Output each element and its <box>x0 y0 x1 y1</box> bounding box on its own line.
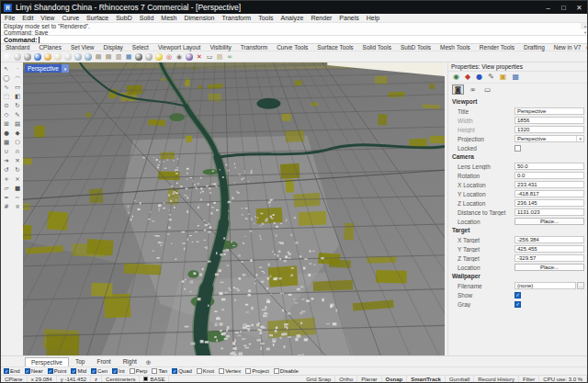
display-sphere-light-icon[interactable] <box>63 52 73 62</box>
status-pane-z[interactable]: z <box>91 376 102 383</box>
camera-page-icon[interactable]: ◙ <box>452 84 464 95</box>
maximize-button[interactable]: □ <box>556 1 571 14</box>
wallpaper-filename-input[interactable]: (none) <box>514 282 576 289</box>
osnap-toggle-quad[interactable]: ✓Quad <box>172 368 192 374</box>
object-properties-icon[interactable]: ◉ <box>453 73 459 82</box>
wallpaper-image-icon[interactable]: ▦ <box>512 73 519 82</box>
minimize-button[interactable]: – <box>540 1 556 14</box>
camera-gray-icon[interactable]: ◉ <box>175 52 184 62</box>
monitor-icon[interactable]: ▭ <box>205 52 214 62</box>
toolbar-tab-mesh-tools[interactable]: Mesh Tools <box>435 44 475 51</box>
target-icon[interactable]: ◎ <box>164 52 174 62</box>
side-tool-icon-23[interactable]: ↺ <box>1 165 12 175</box>
menu-item-panels[interactable]: Panels <box>335 15 362 21</box>
side-tool-icon-1[interactable]: ↖ <box>1 64 12 73</box>
side-tool-icon-16[interactable]: ◆ <box>12 129 23 138</box>
side-tool-icon-31[interactable]: # <box>1 202 12 211</box>
side-tool-icon-2[interactable]: · <box>12 64 23 73</box>
side-tool-icon-32[interactable]: ¤ <box>12 202 23 211</box>
menu-item-view[interactable]: View <box>37 15 58 21</box>
clipboard-copy-icon[interactable]: ▤ <box>104 52 113 62</box>
status-pane-record[interactable]: Record History <box>474 376 519 383</box>
command-input[interactable]: Command: <box>1 36 587 44</box>
osnap-toggle-near[interactable]: ✓Near <box>25 368 43 374</box>
toolbar-tab-set-view[interactable]: Set View <box>66 44 99 51</box>
side-tool-icon-25[interactable]: + <box>1 175 12 184</box>
toolbar-tab-viewport-layout[interactable]: Viewport Layout <box>153 44 206 51</box>
osnap-toggle-end[interactable]: ✓End <box>4 368 20 374</box>
property-input-title[interactable]: Perspective <box>514 107 584 115</box>
display-sphere-orange-icon[interactable] <box>43 52 52 62</box>
property-checkbox-gray[interactable]: ✓ <box>514 301 521 308</box>
property-checkbox-show[interactable]: ✓ <box>514 292 521 299</box>
clipboard-icon[interactable]: ▤ <box>94 52 103 62</box>
property-input-y-target[interactable]: 425.455 <box>514 245 584 253</box>
palette-icon[interactable]: ▧ <box>215 52 224 62</box>
menu-item-solid[interactable]: Solid <box>136 15 158 21</box>
status-pane-planar[interactable]: Planar <box>357 376 381 383</box>
sphere-purple-icon[interactable] <box>185 52 194 62</box>
perspective-viewport[interactable]: Perspective ▾ <box>23 62 445 355</box>
toolbar-tab-curve-tools[interactable]: Curve Tools <box>272 44 312 51</box>
menu-item-analyze[interactable]: Analyze <box>277 15 307 21</box>
menu-item-help[interactable]: Help <box>363 15 383 21</box>
side-tool-icon-6[interactable]: ▭ <box>12 83 23 92</box>
toolbar-tab-select[interactable]: Select <box>128 44 153 51</box>
status-pane-ortho[interactable]: Ortho <box>335 376 357 383</box>
toolbar-tab-display[interactable]: Display <box>99 44 128 51</box>
side-tool-icon-18[interactable]: ⬡ <box>12 138 23 147</box>
side-tool-icon-12[interactable]: ✎ <box>12 110 23 119</box>
toolbar-tab-subd-tools[interactable]: SubD Tools <box>396 44 435 51</box>
menu-item-render[interactable]: Render <box>307 15 335 21</box>
side-tool-icon-27[interactable]: ▱ <box>1 184 12 193</box>
side-tool-icon-14[interactable]: ▤ <box>12 119 23 129</box>
osnap-toggle-disable[interactable]: Disable <box>274 368 299 374</box>
property-input-distance-to-target[interactable]: 1131.023 <box>514 208 584 216</box>
toolbar-tab-render-tools[interactable]: Render Tools <box>475 44 519 51</box>
side-tool-icon-11[interactable]: ◇ <box>1 110 12 119</box>
display-sphere-yellow-icon[interactable] <box>154 52 164 62</box>
osnap-toggle-mid[interactable]: ✓Mid <box>71 368 86 374</box>
osnap-toggle-tan[interactable]: Tan <box>152 368 167 374</box>
browse-button[interactable]: … <box>577 282 584 289</box>
status-pane-y[interactable]: y -141.452 <box>57 376 91 383</box>
property-input-x-location[interactable]: 233.431 <box>514 181 584 188</box>
display-sphere-blue-icon[interactable] <box>33 52 42 62</box>
place-button[interactable]: Place... <box>514 264 584 271</box>
osnap-toggle-point[interactable]: ✓Point <box>48 368 67 374</box>
side-tool-icon-5[interactable]: ∿ <box>1 83 12 92</box>
status-pane-grid[interactable]: Grid Snap <box>302 376 335 383</box>
side-tool-icon-21[interactable]: ➔ <box>1 156 12 165</box>
property-checkbox-locked[interactable] <box>514 145 521 152</box>
property-input-z-location[interactable]: 236.145 <box>514 199 584 207</box>
wallpaper-page-icon[interactable]: ▭ <box>481 84 493 95</box>
material-icon[interactable]: ◆ <box>465 73 470 82</box>
toolbar-tab-transform[interactable]: Transform <box>236 44 272 51</box>
toolbar-tab-standard[interactable]: Standard <box>1 44 34 51</box>
texture-mapping-icon[interactable]: ● <box>476 73 482 82</box>
property-input-x-target[interactable]: -256.384 <box>514 236 584 243</box>
display-sphere-silver-icon[interactable] <box>13 52 22 62</box>
status-pane-layer[interactable]: BASE <box>140 376 169 383</box>
menu-item-curve[interactable]: Curve <box>58 15 83 21</box>
side-tool-icon-17[interactable]: ▦ <box>1 138 12 147</box>
side-tool-icon-13[interactable]: ⊞ <box>1 119 12 129</box>
status-pane-gumball[interactable]: Gumball <box>446 376 474 383</box>
side-tool-icon-3[interactable]: ◯ <box>1 73 12 83</box>
osnap-toggle-cen[interactable]: ✓Cen <box>91 368 107 374</box>
menu-item-subd[interactable]: SubD <box>112 15 136 21</box>
property-dropdown-projection[interactable]: Perspective▾ <box>514 135 584 142</box>
menu-item-surface[interactable]: Surface <box>83 15 112 21</box>
menu-item-mesh[interactable]: Mesh <box>157 15 180 21</box>
side-tool-icon-24[interactable]: ↻ <box>12 165 23 175</box>
osnap-toggle-project[interactable]: Project <box>245 368 269 374</box>
close-button[interactable]: ✕ <box>571 1 587 14</box>
display-sphere-steel-icon[interactable] <box>74 52 83 62</box>
menu-item-dimension[interactable]: Dimension <box>180 15 218 21</box>
side-tool-icon-10[interactable]: ↻ <box>12 101 23 110</box>
display-sphere-dark-icon[interactable] <box>134 52 143 62</box>
osnap-toggle-vertex[interactable]: Vertex <box>219 368 241 374</box>
display-sphere-white-icon[interactable] <box>3 52 12 62</box>
viewport-tab-perspective[interactable]: Perspective <box>25 357 69 366</box>
toolbar-tab-new-in-v7[interactable]: New in V7 <box>549 44 586 51</box>
